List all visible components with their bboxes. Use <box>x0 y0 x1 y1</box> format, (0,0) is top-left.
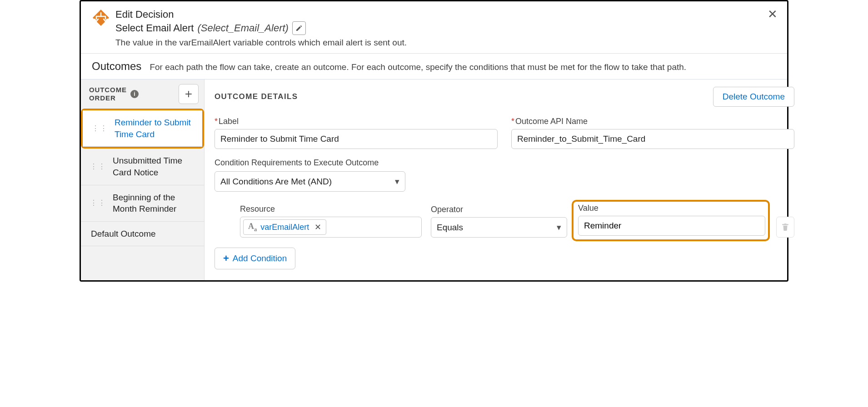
caret-down-icon: ▾ <box>557 222 561 233</box>
svg-marker-0 <box>93 10 109 26</box>
operator-value: Equals <box>437 223 463 233</box>
remove-resource-icon[interactable]: ✕ <box>314 222 321 232</box>
element-api-name: (Select_Email_Alert) <box>197 22 289 34</box>
modal-description: The value in the varEmailAlert variable … <box>115 38 776 48</box>
edit-decision-modal: Edit Decision Select Email Alert (Select… <box>80 0 788 282</box>
value-label: Value <box>578 204 765 213</box>
api-name-field-label: Outcome API Name <box>515 117 588 126</box>
element-label: Select Email Alert <box>115 22 194 34</box>
header-text: Edit Decision Select Email Alert (Select… <box>115 9 776 48</box>
add-condition-label: Add Condition <box>233 253 287 263</box>
details-heading: OUTCOME DETAILS <box>215 92 298 101</box>
highlight-value-field: Value <box>572 200 770 241</box>
outcome-order-sidebar: OUTCOMEORDER i + ⋮⋮ Reminder to Submit T… <box>81 79 205 280</box>
modal-title: Edit Decision <box>115 9 776 20</box>
label-field: *Label <box>215 117 498 149</box>
modal-subtitle: Select Email Alert (Select_Email_Alert) <box>115 21 776 35</box>
decision-icon <box>92 9 110 27</box>
add-condition-button[interactable]: + Add Condition <box>215 248 295 269</box>
outcomes-bar: Outcomes For each path the flow can take… <box>81 53 787 79</box>
drag-handle-icon[interactable]: ⋮⋮ <box>92 125 108 132</box>
outcome-item-beginning-month[interactable]: ⋮⋮ Beginning of the Month Reminder <box>81 185 204 222</box>
outcome-item-label: Unsubmitted Time Card Notice <box>113 155 199 178</box>
drag-handle-icon[interactable]: ⋮⋮ <box>90 199 106 207</box>
text-variable-icon: Aa <box>248 222 257 233</box>
condition-requirements-field: Condition Requirements to Execute Outcom… <box>215 157 405 192</box>
outcome-item-default[interactable]: Default Outcome <box>81 222 204 247</box>
label-input[interactable] <box>215 129 498 149</box>
info-icon[interactable]: i <box>130 90 139 98</box>
delete-condition-button[interactable] <box>776 217 794 238</box>
add-outcome-button[interactable]: + <box>179 84 199 104</box>
api-name-field: *Outcome API Name <box>511 117 794 149</box>
outcome-item-label: Reminder to Submit Time Card <box>115 117 197 140</box>
label-field-label: Label <box>219 117 239 126</box>
caret-down-icon: ▾ <box>395 176 399 187</box>
close-button[interactable]: ✕ <box>766 8 779 20</box>
resource-value: varEmailAlert <box>260 223 309 232</box>
modal-header: Edit Decision Select Email Alert (Select… <box>81 1 787 53</box>
cond-req-label: Condition Requirements to Execute Outcom… <box>215 158 379 167</box>
api-name-input[interactable] <box>511 129 794 149</box>
outcome-item-unsubmitted[interactable]: ⋮⋮ Unsubmitted Time Card Notice <box>81 149 204 185</box>
condition-row: Resource Aa varEmailAlert ✕ Operator Equ… <box>215 202 794 238</box>
resource-pill[interactable]: Aa varEmailAlert ✕ <box>243 219 326 235</box>
value-input[interactable] <box>578 216 765 236</box>
outcome-item-reminder-submit[interactable]: ⋮⋮ Reminder to Submit Time Card <box>83 110 202 147</box>
outcome-item-label: Default Outcome <box>91 228 156 240</box>
sidebar-header: OUTCOMEORDER i + <box>81 79 204 109</box>
operator-column: Operator Equals ▾ <box>431 205 567 238</box>
cond-req-value: All Conditions Are Met (AND) <box>220 177 332 187</box>
outcomes-heading: Outcomes <box>92 60 141 73</box>
main-content: OUTCOMEORDER i + ⋮⋮ Reminder to Submit T… <box>81 79 787 280</box>
outcome-details-panel: OUTCOME DETAILS Delete Outcome *Label *O… <box>205 79 804 280</box>
resource-column: Resource Aa varEmailAlert ✕ <box>240 204 422 238</box>
resource-label: Resource <box>240 204 422 214</box>
outcome-item-label: Beginning of the Month Reminder <box>113 192 199 215</box>
operator-select[interactable]: Equals ▾ <box>431 217 567 238</box>
edit-name-button[interactable] <box>292 21 306 35</box>
outcomes-description: For each path the flow can take, create … <box>150 62 686 72</box>
plus-icon: + <box>223 253 229 264</box>
value-column: Value <box>576 202 767 238</box>
drag-handle-icon[interactable]: ⋮⋮ <box>90 163 106 170</box>
highlight-selected-outcome: ⋮⋮ Reminder to Submit Time Card <box>81 109 204 149</box>
condition-requirements-select[interactable]: All Conditions Are Met (AND) ▾ <box>215 171 405 192</box>
sidebar-title: OUTCOMEORDER <box>89 86 127 102</box>
operator-label: Operator <box>431 205 567 214</box>
delete-outcome-button[interactable]: Delete Outcome <box>713 87 794 107</box>
resource-input[interactable]: Aa varEmailAlert ✕ <box>240 217 422 238</box>
